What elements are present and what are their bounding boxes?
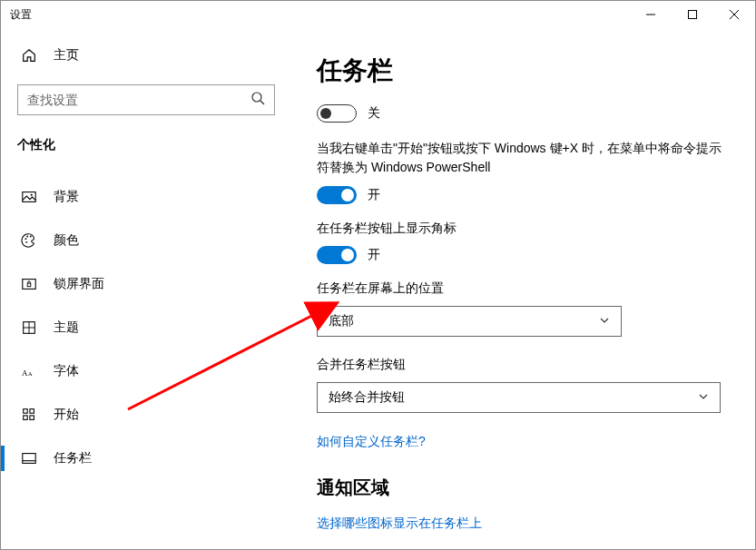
sidebar: 主页 个性化 背景 [1,28,291,549]
toggle-row-3: 开 [317,246,733,264]
sidebar-item-start[interactable]: 开始 [1,393,291,437]
sidebar-item-colors[interactable]: 颜色 [1,219,291,262]
body: 主页 个性化 背景 [1,28,755,549]
sidebar-item-label: 主题 [54,319,79,336]
svg-rect-21 [24,416,28,420]
customize-taskbar-link[interactable]: 如何自定义任务栏? [317,434,426,450]
dropdown-value: 始终合并按钮 [329,389,405,406]
svg-rect-22 [30,416,34,420]
chevron-down-icon [698,390,709,405]
combine-label: 合并任务栏按钮 [317,357,733,373]
palette-icon [21,232,37,249]
window-controls [630,1,755,28]
combine-buttons-dropdown[interactable]: 始终合并按钮 [317,382,721,413]
sidebar-item-fonts[interactable]: AA 字体 [1,349,291,393]
sidebar-item-background[interactable]: 背景 [1,175,291,219]
sidebar-item-label: 背景 [54,189,79,205]
sidebar-item-taskbar[interactable]: 任务栏 [1,437,291,480]
toggle-1-label: 关 [368,105,380,122]
toggle-1[interactable] [317,104,357,123]
taskbar-position-dropdown[interactable]: 底部 [317,306,622,337]
sidebar-item-label: 颜色 [54,232,79,249]
notification-area-heading: 通知区域 [317,476,733,500]
search-input[interactable] [27,93,245,107]
close-button[interactable] [713,1,755,28]
svg-point-4 [252,93,261,102]
powershell-desc: 当我右键单击"开始"按钮或按下 Windows 键+X 时，在菜单中将命令提示符… [317,139,733,177]
toggle-row-2: 开 [317,186,733,204]
close-icon [730,10,739,19]
search-wrap [1,84,291,115]
svg-line-5 [260,101,264,104]
sidebar-item-label: 锁屏界面 [54,276,104,292]
window-title: 设置 [10,7,32,23]
sidebar-item-lockscreen[interactable]: 锁屏界面 [1,262,291,306]
svg-rect-13 [27,283,31,287]
category-title: 个性化 [1,137,291,153]
toggle-2[interactable] [317,186,357,204]
content-area: 任务栏 关 当我右键单击"开始"按钮或按下 Windows 键+X 时，在菜单中… [291,28,755,549]
toggle-3[interactable] [317,246,357,264]
page-title: 任务栏 [317,54,733,88]
svg-rect-1 [689,11,697,19]
svg-rect-20 [30,409,34,414]
settings-window: 设置 主页 [0,0,756,550]
svg-point-9 [26,236,28,238]
start-icon [21,407,37,423]
svg-rect-23 [23,454,35,464]
font-icon: AA [21,363,37,379]
svg-rect-19 [24,409,28,414]
maximize-button[interactable] [672,1,713,28]
svg-rect-6 [23,192,35,202]
svg-text:A: A [22,368,28,378]
toggle-row-1: 关 [317,104,733,123]
chevron-down-icon [599,314,610,329]
search-box[interactable] [17,84,275,115]
minimize-icon [646,10,655,19]
taskbar-icon [21,450,37,467]
search-icon [250,91,265,109]
home-button[interactable]: 主页 [1,37,291,74]
theme-icon [21,319,37,336]
lockscreen-icon [21,276,37,292]
minimize-button[interactable] [630,1,672,28]
toggle-3-label: 开 [368,247,380,263]
select-icons-link[interactable]: 选择哪些图标显示在任务栏上 [317,516,482,532]
svg-point-11 [25,241,27,243]
svg-point-10 [30,236,32,238]
svg-text:A: A [28,370,33,377]
position-label: 任务栏在屏幕上的位置 [317,280,733,297]
svg-point-7 [31,194,33,196]
sidebar-item-themes[interactable]: 主题 [1,306,291,349]
toggle-2-label: 开 [368,187,380,203]
maximize-icon [688,10,697,19]
image-icon [21,189,37,205]
dropdown-value: 底部 [329,313,354,329]
nav-list: 背景 颜色 锁屏界面 [1,175,291,480]
sidebar-item-label: 任务栏 [54,450,92,467]
svg-rect-12 [23,280,35,290]
home-label: 主页 [54,47,79,64]
home-icon [21,47,37,64]
sidebar-item-label: 开始 [54,407,79,423]
sidebar-item-label: 字体 [54,363,79,379]
svg-point-8 [25,238,27,240]
badge-label: 在任务栏按钮上显示角标 [317,221,733,237]
